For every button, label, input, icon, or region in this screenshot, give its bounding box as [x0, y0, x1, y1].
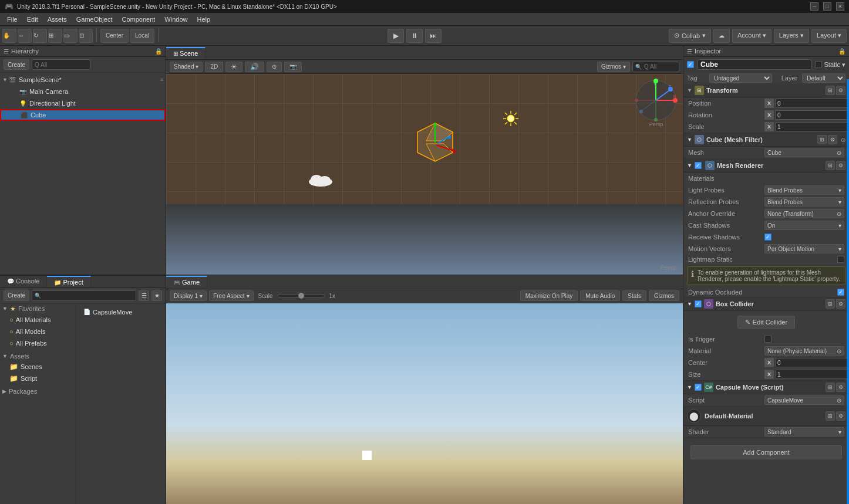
mesh-renderer-copy-btn[interactable]: ⊞: [826, 161, 835, 170]
scene-tab[interactable]: ⊞ Scene: [166, 47, 205, 59]
menu-window[interactable]: Window: [160, 15, 192, 24]
hierarchy-item-directional-light[interactable]: 💡 Directional Light: [0, 97, 166, 109]
mesh-filter-circle-btn[interactable]: ⊙: [841, 137, 845, 143]
hierarchy-item-main-camera[interactable]: 📷 Main Camera: [0, 86, 166, 97]
menu-gameobject[interactable]: GameObject: [72, 15, 117, 24]
scene-viewport[interactable]: Persp X Y: [166, 74, 683, 275]
scene-audio-button[interactable]: 🔊: [245, 62, 264, 72]
game-tab[interactable]: 🎮 Game: [166, 276, 207, 287]
dynamic-occluded-checkbox[interactable]: [837, 289, 844, 296]
inspector-lock-icon[interactable]: 🔒: [838, 48, 845, 55]
stats-button[interactable]: Stats: [622, 290, 646, 301]
mesh-renderer-settings-btn[interactable]: ⚙: [836, 161, 845, 170]
minimize-button[interactable]: ─: [810, 2, 818, 11]
2d-view-button[interactable]: 2D: [205, 62, 223, 72]
is-trigger-checkbox[interactable]: [764, 336, 771, 343]
gizmos-dropdown[interactable]: Gizmos▾: [597, 62, 630, 72]
pause-button[interactable]: ⏸: [406, 29, 423, 43]
hand-tool-button[interactable]: ✋: [2, 29, 16, 43]
collab-button[interactable]: ⊙Collab▾: [669, 29, 711, 43]
receive-shadows-checkbox[interactable]: [764, 234, 771, 241]
rotate-tool-button[interactable]: ↻: [33, 29, 47, 43]
script-circle-icon[interactable]: ⊙: [837, 397, 841, 404]
maximize-on-play-button[interactable]: Maximize On Play: [520, 290, 578, 301]
project-star-button[interactable]: ★: [151, 290, 162, 301]
size-x-input[interactable]: [775, 370, 849, 379]
capsule-move-enabled-checkbox[interactable]: [695, 384, 702, 391]
game-viewport[interactable]: [166, 303, 683, 505]
project-script-folder[interactable]: 📁 Script: [0, 373, 76, 384]
transform-collapse-arrow[interactable]: ▼: [687, 87, 692, 93]
menu-edit[interactable]: Edit: [22, 15, 43, 24]
static-checkbox[interactable]: [815, 61, 822, 68]
add-component-button[interactable]: Add Component: [690, 445, 842, 459]
hierarchy-scene-root[interactable]: ▼ 🎬 SampleScene* ≡: [0, 74, 166, 86]
layer-select[interactable]: Default: [802, 73, 845, 83]
mesh-dropdown[interactable]: Cube ⊙: [764, 148, 844, 157]
project-search-input[interactable]: [41, 290, 133, 301]
scene-fx-button[interactable]: ⊙: [267, 62, 282, 72]
capsule-move-copy-btn[interactable]: ⊞: [826, 383, 835, 392]
mesh-renderer-enabled-checkbox[interactable]: [695, 162, 702, 169]
mesh-circle-icon[interactable]: ⊙: [837, 150, 841, 156]
reflection-probes-dropdown[interactable]: Blend Probes ▾: [764, 197, 844, 207]
account-button[interactable]: Account ▾: [732, 29, 771, 43]
lightmap-static-checkbox[interactable]: [837, 256, 844, 263]
transform-copy-button[interactable]: ⊞: [826, 86, 835, 95]
hierarchy-search-input[interactable]: [32, 59, 90, 70]
cloud-button[interactable]: ☁: [713, 29, 730, 43]
material-dropdown[interactable]: None (Physic Material) ⊙: [764, 346, 844, 356]
transform-settings-button[interactable]: ⚙: [836, 86, 845, 95]
project-create-button[interactable]: Create: [4, 290, 29, 301]
center-x-input[interactable]: [775, 358, 849, 367]
box-collider-enabled-checkbox[interactable]: [695, 300, 702, 307]
aspect-dropdown[interactable]: Free Aspect▾: [209, 290, 253, 301]
shader-dropdown[interactable]: Standard ▾: [764, 427, 844, 437]
display-dropdown[interactable]: Display 1▾: [170, 290, 207, 301]
scene-lights-button[interactable]: ☀: [225, 62, 242, 72]
layout-button[interactable]: Layout ▾: [811, 29, 847, 43]
project-all-models[interactable]: ○ All Models: [0, 326, 76, 337]
mesh-renderer-collapse[interactable]: ▼: [687, 163, 692, 168]
scale-slider[interactable]: [278, 294, 325, 297]
scale-tool-button[interactable]: ⊞: [48, 29, 62, 43]
anchor-override-dropdown[interactable]: None (Transform) ⊙: [764, 209, 844, 218]
menu-assets[interactable]: Assets: [43, 15, 72, 24]
rect-tool-button[interactable]: ▭: [63, 29, 78, 43]
capsule-move-collapse[interactable]: ▼: [687, 384, 692, 390]
project-capsule-move[interactable]: 📄 CapsuleMove: [79, 306, 163, 318]
box-collider-collapse[interactable]: ▼: [687, 301, 692, 307]
box-collider-settings-btn[interactable]: ⚙: [836, 299, 845, 309]
play-button[interactable]: ▶: [388, 29, 404, 43]
script-dropdown[interactable]: CapsuleMove ⊙: [764, 395, 844, 405]
menu-help[interactable]: Help: [192, 15, 215, 24]
material-settings-btn[interactable]: ⚙: [836, 411, 845, 421]
project-scenes-folder[interactable]: 📁 Scenes: [0, 361, 76, 373]
cast-shadows-dropdown[interactable]: On ▾: [764, 221, 844, 230]
hierarchy-create-button[interactable]: Create: [4, 59, 29, 70]
mesh-filter-collapse[interactable]: ▼: [687, 137, 692, 143]
local-button[interactable]: Local: [130, 29, 154, 43]
static-dropdown-arrow[interactable]: ▾: [842, 61, 845, 69]
console-tab[interactable]: 💬 Console: [0, 276, 47, 287]
position-x-input[interactable]: [775, 99, 849, 108]
capsule-move-settings-btn[interactable]: ⚙: [836, 383, 845, 392]
box-collider-copy-btn[interactable]: ⊞: [826, 299, 835, 309]
scene-search-input[interactable]: [642, 62, 676, 72]
scene-camera-button[interactable]: 📷: [284, 62, 302, 72]
center-button[interactable]: Center: [100, 29, 129, 43]
project-tab[interactable]: 📁 Project: [47, 276, 90, 287]
transform-tool-button[interactable]: ⊡: [79, 29, 93, 43]
move-tool-button[interactable]: ↔: [18, 29, 32, 43]
hierarchy-item-cube[interactable]: ⬛ Cube: [0, 109, 166, 121]
project-all-materials[interactable]: ○ All Materials: [0, 314, 76, 326]
light-probes-dropdown[interactable]: Blend Probes ▾: [764, 185, 844, 195]
material-copy-btn[interactable]: ⊞: [826, 411, 835, 421]
layers-button[interactable]: Layers ▾: [774, 29, 809, 43]
mesh-filter-settings-btn[interactable]: ⚙: [828, 135, 837, 144]
shading-mode-dropdown[interactable]: Shaded ▾: [170, 62, 203, 72]
rotation-x-input[interactable]: [775, 110, 849, 120]
maximize-button[interactable]: □: [823, 2, 831, 11]
gizmo-widget[interactable]: X Y Z: [634, 79, 678, 123]
tag-select[interactable]: Untagged: [709, 73, 772, 83]
